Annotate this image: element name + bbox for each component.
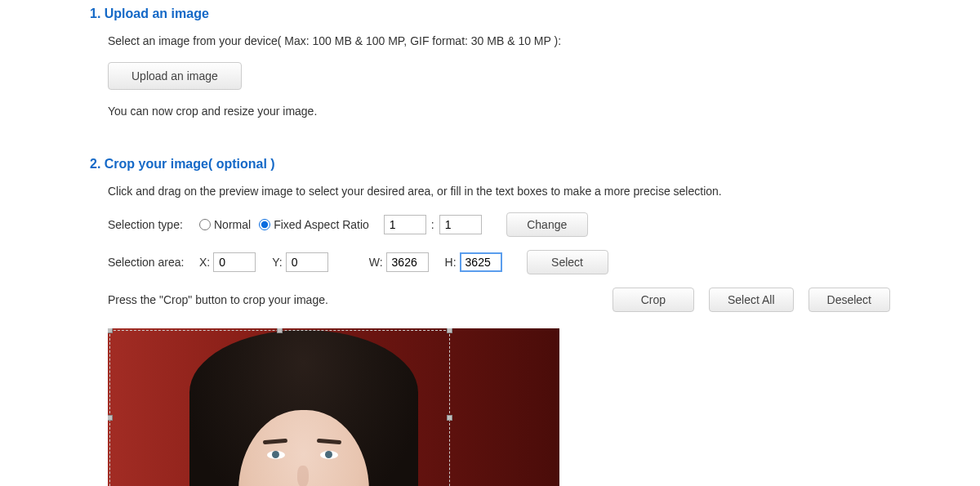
radio-fixed-text: Fixed Aspect Ratio — [274, 218, 369, 231]
section-2-heading: 2. Crop your image( optional ) — [90, 157, 890, 172]
crop-handle-e[interactable] — [447, 415, 452, 421]
radio-normal[interactable] — [199, 219, 211, 230]
image-preview[interactable] — [108, 328, 559, 486]
aspect-separator: : — [431, 218, 434, 231]
x-input[interactable] — [213, 252, 256, 272]
upload-status-text: You can now crop and resize your image. — [90, 105, 890, 118]
crop-hint: Press the "Crop" button to crop your ima… — [108, 293, 328, 306]
upload-instruction: Select an image from your device( Max: 1… — [90, 34, 890, 47]
select-all-button[interactable]: Select All — [709, 288, 794, 312]
select-button[interactable]: Select — [527, 250, 608, 274]
crop-selection-box[interactable] — [109, 330, 450, 486]
change-button[interactable]: Change — [506, 212, 588, 237]
section-1-heading: 1. Upload an image — [90, 7, 890, 21]
upload-image-button[interactable]: Upload an image — [108, 62, 242, 90]
crop-handle-ne[interactable] — [447, 328, 452, 333]
selection-area-label: Selection area: — [108, 256, 189, 269]
radio-fixed[interactable] — [259, 219, 270, 230]
radio-fixed-label[interactable]: Fixed Aspect Ratio — [259, 218, 369, 231]
crop-handle-nw[interactable] — [108, 328, 113, 333]
y-label: Y: — [272, 256, 282, 269]
deselect-button[interactable]: Deselect — [808, 288, 890, 312]
x-label: X: — [199, 256, 210, 269]
crop-action-row: Press the "Crop" button to crop your ima… — [90, 288, 890, 312]
radio-normal-text: Normal — [214, 218, 251, 231]
crop-handle-w[interactable] — [108, 415, 113, 421]
selection-type-row: Selection type: Normal Fixed Aspect Rati… — [90, 212, 890, 237]
selection-area-row: Selection area: X: Y: W: H: Select — [90, 250, 890, 274]
selection-type-label: Selection type: — [108, 218, 189, 231]
w-label: W: — [369, 256, 383, 269]
radio-normal-label[interactable]: Normal — [199, 218, 251, 231]
aspect-width-input[interactable] — [384, 215, 426, 234]
h-label: H: — [445, 256, 457, 269]
aspect-height-input[interactable] — [439, 215, 482, 234]
crop-handle-n[interactable] — [277, 328, 283, 333]
crop-instruction: Click and drag on the preview image to s… — [90, 185, 890, 198]
w-input[interactable] — [386, 252, 429, 272]
h-input[interactable] — [460, 252, 502, 272]
crop-button[interactable]: Crop — [612, 288, 694, 312]
y-input[interactable] — [286, 252, 328, 272]
